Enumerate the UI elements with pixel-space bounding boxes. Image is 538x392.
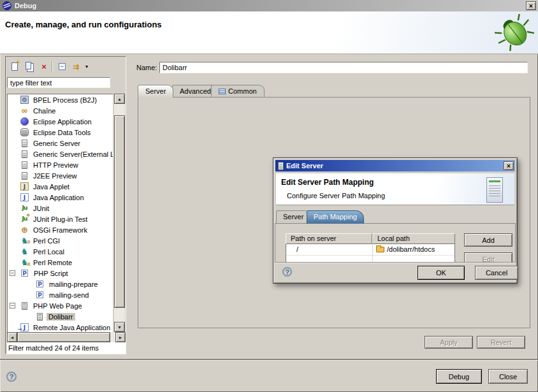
tree-item-label: PHP Script: [32, 270, 70, 277]
folder-icon: [376, 247, 384, 252]
remote-java-icon: [20, 323, 29, 331]
path-mapping-table: / /dolibarr/htdocs: [286, 244, 455, 263]
tree-item[interactable]: −PHP Web Page: [8, 300, 113, 311]
tree-item[interactable]: Remote Java Application: [8, 322, 113, 332]
type-filter-input[interactable]: [7, 77, 110, 88]
chevron-down-icon: ▾: [85, 64, 88, 69]
tab-common[interactable]: Common: [211, 85, 265, 97]
edit-server-dialog: Edit Server × Edit Server Path Mapping C…: [273, 157, 518, 284]
help-icon[interactable]: ?: [6, 372, 17, 382]
column-header-local-path[interactable]: Local path: [372, 233, 455, 244]
revert-button[interactable]: Revert: [477, 336, 525, 349]
tree-item[interactable]: HTTP Preview: [8, 159, 113, 170]
apply-button[interactable]: Apply: [425, 336, 473, 349]
php-web-icon: [22, 302, 27, 310]
perl-cgi-icon: [20, 236, 29, 245]
tree-item[interactable]: Chaîne: [8, 105, 113, 116]
close-button[interactable]: Close: [488, 369, 528, 384]
tree-item[interactable]: J2EE Preview: [8, 170, 113, 181]
tree-item-label: OSGi Framework: [31, 226, 89, 234]
duplicate-icon: [25, 62, 31, 69]
tree-item[interactable]: Perl Remote: [8, 257, 113, 268]
tree-item[interactable]: JUnit: [8, 203, 113, 214]
column-header-path-on-server[interactable]: Path on server: [286, 233, 372, 244]
tree-item-label: mailing-prepare: [47, 280, 99, 288]
server-icon: [22, 140, 27, 147]
tree-item-label: Eclipse Application: [31, 118, 94, 126]
dialog-heading: Edit Server Path Mapping: [281, 178, 374, 187]
tree-item-label: JUnit Plug-in Test: [31, 215, 89, 223]
close-icon[interactable]: ×: [526, 1, 536, 10]
tree-item[interactable]: OSGi Framework: [8, 224, 113, 235]
local-path-cell[interactable]: /dolibarr/htdocs: [376, 245, 435, 253]
name-input[interactable]: [159, 62, 528, 73]
window-title: Debug: [15, 2, 36, 10]
filter-menu-button[interactable]: ▾: [83, 61, 91, 73]
close-icon[interactable]: ×: [504, 161, 514, 170]
tree-item-label: Chaîne: [31, 107, 57, 115]
path-on-server-cell[interactable]: /: [296, 245, 298, 253]
chain-icon: [20, 106, 29, 115]
tree-item[interactable]: Dolibarr: [8, 311, 113, 322]
cancel-button[interactable]: Cancel: [475, 266, 518, 280]
tree-item[interactable]: Generic Server(External La: [8, 149, 113, 159]
tree-vertical-scrollbar[interactable]: ▲ ▼: [114, 94, 125, 332]
tree-item-label: Generic Server: [31, 140, 82, 147]
configurations-tree: BPEL Process (B2J)ChaîneEclipse Applicat…: [7, 94, 113, 332]
help-icon[interactable]: ?: [282, 267, 292, 277]
ok-button[interactable]: OK: [418, 266, 465, 280]
footer-separator: [0, 359, 538, 360]
dialog-subheading: Configure Server Path Mapping: [287, 192, 385, 200]
collapse-expander-icon[interactable]: −: [10, 270, 15, 276]
perl-icon: [20, 247, 29, 256]
new-configuration-button[interactable]: [8, 61, 21, 73]
server-icon: [22, 172, 27, 180]
vertical-scroll-thumb[interactable]: [114, 115, 125, 308]
tree-item[interactable]: −PHP Script: [8, 268, 113, 279]
dialog-tab-path-mapping[interactable]: Path Mapping: [307, 210, 364, 224]
tree-item-label: Perl CGI: [31, 237, 62, 245]
filter-configurations-button[interactable]: ⇉: [69, 61, 82, 73]
server-icon: [22, 161, 27, 169]
collapse-expander-icon[interactable]: −: [10, 303, 15, 309]
debug-window: Debug × Create, manage, and run configur…: [0, 0, 538, 392]
scroll-up-arrow[interactable]: ▲: [114, 94, 125, 104]
page-title: Create, manage, and run configurations: [5, 20, 162, 29]
tree-item-label: J2EE Preview: [31, 172, 78, 180]
dialog-title: Edit Server: [286, 162, 323, 170]
debug-button[interactable]: Debug: [436, 369, 482, 384]
add-mapping-button[interactable]: Add: [464, 233, 513, 247]
dialog-tab-server[interactable]: Server: [276, 210, 310, 223]
perl-remote-icon: [20, 258, 29, 266]
scroll-right-arrow[interactable]: ►: [115, 332, 126, 342]
tree-item[interactable]: mailing-send: [8, 289, 113, 300]
tree-item[interactable]: Java Application: [8, 192, 113, 203]
filter-status-text: Filter matched 24 of 24 items: [7, 342, 126, 354]
tree-item[interactable]: Java Applet: [8, 181, 113, 192]
tree-item[interactable]: Generic Server: [8, 138, 113, 149]
tree-item-label: Remote Java Application: [31, 324, 112, 331]
filter-icon: ⇉: [73, 62, 79, 71]
tree-item[interactable]: Perl CGI: [8, 235, 113, 246]
duplicate-configuration-button[interactable]: [23, 61, 36, 73]
php-script-icon: [21, 270, 28, 277]
tree-item[interactable]: mailing-prepare: [8, 279, 113, 289]
java-icon: [20, 193, 29, 201]
tree-item[interactable]: BPEL Process (B2J): [8, 94, 113, 105]
junit-plugin-icon: [20, 215, 29, 223]
tree-item[interactable]: JUnit Plug-in Test: [8, 214, 113, 224]
tree-item-label: BPEL Process (B2J): [31, 96, 99, 104]
tree-item[interactable]: Perl Local: [8, 246, 113, 257]
collapse-all-button[interactable]: −: [55, 61, 68, 73]
header-banner: Create, manage, and run configurations: [0, 11, 538, 54]
delete-configuration-button[interactable]: ×: [38, 61, 50, 73]
tree-item[interactable]: Eclipse Application: [8, 116, 113, 127]
scroll-left-arrow[interactable]: ◄: [7, 332, 17, 342]
tab-server[interactable]: Server: [138, 85, 173, 98]
tree-item-label: Java Application: [31, 194, 86, 201]
tree-item-label: Java Applet: [31, 183, 71, 191]
tree-horizontal-scrollbar[interactable]: ◄ ►: [7, 332, 126, 342]
horizontal-scroll-thumb[interactable]: [17, 332, 110, 342]
tree-item[interactable]: Eclipse Data Tools: [8, 127, 113, 138]
scroll-down-arrow[interactable]: ▼: [114, 322, 125, 332]
